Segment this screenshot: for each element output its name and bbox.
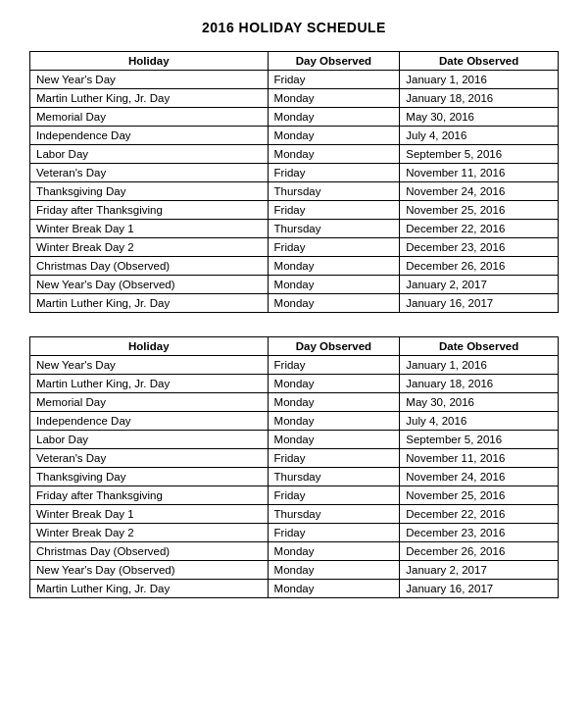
table2-cell-5-0: Veteran's Day [30,449,269,468]
table1-cell-7-1: Friday [268,201,400,220]
table1-cell-12-1: Monday [268,294,400,313]
table-row: Christmas Day (Observed)MondayDecember 2… [30,257,559,276]
table2-cell-6-2: November 24, 2016 [400,468,559,486]
table1-cell-2-0: Memorial Day [30,108,269,127]
table2-cell-12-0: Martin Luther King, Jr. Day [30,580,269,598]
table1-cell-10-0: Christmas Day (Observed) [30,257,269,276]
table2-cell-4-2: September 5, 2016 [400,431,559,449]
table1-cell-3-1: Monday [268,127,400,145]
table2-cell-2-2: May 30, 2016 [400,393,559,412]
table2-cell-1-2: January 18, 2016 [400,375,559,393]
table1-cell-9-2: December 23, 2016 [400,238,559,257]
table1-cell-5-2: November 11, 2016 [400,164,559,182]
table1-cell-11-1: Monday [268,276,400,294]
table2-cell-5-2: November 11, 2016 [400,449,559,468]
table2-cell-2-0: Memorial Day [30,393,269,412]
table1-cell-5-1: Friday [268,164,400,182]
table1-cell-1-1: Monday [268,89,400,108]
table1-cell-10-2: December 26, 2016 [400,257,559,276]
holiday-table-2: Holiday Day Observed Date Observed New Y… [29,336,559,598]
table1-cell-2-2: May 30, 2016 [400,108,559,127]
table1-cell-7-0: Friday after Thanksgiving [30,201,269,220]
table-row: Labor DayMondaySeptember 5, 2016 [30,145,559,164]
table1-cell-0-0: New Year's Day [30,71,269,89]
table1-cell-12-2: January 16, 2017 [400,294,559,313]
table-row: Friday after ThanksgivingFridayNovember … [30,486,559,505]
page-title: 2016 HOLIDAY SCHEDULE [29,20,559,35]
table1-cell-0-1: Friday [268,71,400,89]
table-row: Martin Luther King, Jr. DayMondayJanuary… [30,375,559,393]
table-row: Labor DayMondaySeptember 5, 2016 [30,431,559,449]
table1-cell-8-1: Thursday [268,220,400,238]
table-row: New Year's Day (Observed)MondayJanuary 2… [30,276,559,294]
table-row: Thanksgiving DayThursdayNovember 24, 201… [30,182,559,201]
table2-cell-7-0: Friday after Thanksgiving [30,486,269,505]
table1-cell-8-2: December 22, 2016 [400,220,559,238]
table2-cell-0-0: New Year's Day [30,356,269,375]
table1-cell-11-2: January 2, 2017 [400,276,559,294]
table-row: Martin Luther King, Jr. DayMondayJanuary… [30,580,559,598]
table-row: Veteran's DayFridayNovember 11, 2016 [30,164,559,182]
table-row: Christmas Day (Observed)MondayDecember 2… [30,542,559,561]
table1-cell-1-2: January 18, 2016 [400,89,559,108]
table1-header-day: Day Observed [268,52,400,71]
table2-cell-9-2: December 23, 2016 [400,524,559,542]
holiday-table-1: Holiday Day Observed Date Observed New Y… [29,51,559,313]
table1-cell-3-2: July 4, 2016 [400,127,559,145]
table2-cell-0-1: Friday [268,356,400,375]
table1-cell-9-1: Friday [268,238,400,257]
table1-cell-5-0: Veteran's Day [30,164,269,182]
table2-cell-8-2: December 22, 2016 [400,505,559,524]
table2-cell-12-2: January 16, 2017 [400,580,559,598]
table2-cell-6-0: Thanksgiving Day [30,468,269,486]
table2-cell-7-1: Friday [268,486,400,505]
table2-cell-10-1: Monday [268,542,400,561]
table2-header-holiday: Holiday [30,337,269,356]
table2-cell-11-1: Monday [268,561,400,580]
table-row: New Year's DayFridayJanuary 1, 2016 [30,356,559,375]
table2-cell-1-1: Monday [268,375,400,393]
table2-cell-0-2: January 1, 2016 [400,356,559,375]
table-row: Martin Luther King, Jr. DayMondayJanuary… [30,89,559,108]
table1-cell-10-1: Monday [268,257,400,276]
table1-cell-4-1: Monday [268,145,400,164]
table-row: Independence DayMondayJuly 4, 2016 [30,412,559,431]
table-row: Winter Break Day 1ThursdayDecember 22, 2… [30,220,559,238]
table2-cell-8-0: Winter Break Day 1 [30,505,269,524]
table2-cell-9-1: Friday [268,524,400,542]
table2-cell-8-1: Thursday [268,505,400,524]
table-row: Winter Break Day 2FridayDecember 23, 201… [30,238,559,257]
table2-header-day: Day Observed [268,337,400,356]
table2-cell-4-1: Monday [268,431,400,449]
table1-cell-0-2: January 1, 2016 [400,71,559,89]
table2-cell-3-0: Independence Day [30,412,269,431]
table1-cell-7-2: November 25, 2016 [400,201,559,220]
table-row: Winter Break Day 2FridayDecember 23, 201… [30,524,559,542]
table1-header-holiday: Holiday [30,52,269,71]
table-row: Independence DayMondayJuly 4, 2016 [30,127,559,145]
table1-cell-9-0: Winter Break Day 2 [30,238,269,257]
table-row: Martin Luther King, Jr. DayMondayJanuary… [30,294,559,313]
table2-cell-9-0: Winter Break Day 2 [30,524,269,542]
table1-cell-8-0: Winter Break Day 1 [30,220,269,238]
table-row: Winter Break Day 1ThursdayDecember 22, 2… [30,505,559,524]
table2-cell-5-1: Friday [268,449,400,468]
table2-cell-7-2: November 25, 2016 [400,486,559,505]
table-row: New Year's Day (Observed)MondayJanuary 2… [30,561,559,580]
table1-cell-1-0: Martin Luther King, Jr. Day [30,89,269,108]
table-row: Thanksgiving DayThursdayNovember 24, 201… [30,468,559,486]
table1-header-date: Date Observed [400,52,559,71]
table1-cell-11-0: New Year's Day (Observed) [30,276,269,294]
table2-cell-3-1: Monday [268,412,400,431]
table-row: New Year's DayFridayJanuary 1, 2016 [30,71,559,89]
table2-cell-12-1: Monday [268,580,400,598]
table2-cell-10-2: December 26, 2016 [400,542,559,561]
table2-cell-11-2: January 2, 2017 [400,561,559,580]
table1-cell-4-0: Labor Day [30,145,269,164]
table2-cell-10-0: Christmas Day (Observed) [30,542,269,561]
table1-cell-2-1: Monday [268,108,400,127]
table2-header-date: Date Observed [400,337,559,356]
table2-cell-11-0: New Year's Day (Observed) [30,561,269,580]
table2-cell-2-1: Monday [268,393,400,412]
table2-cell-3-2: July 4, 2016 [400,412,559,431]
